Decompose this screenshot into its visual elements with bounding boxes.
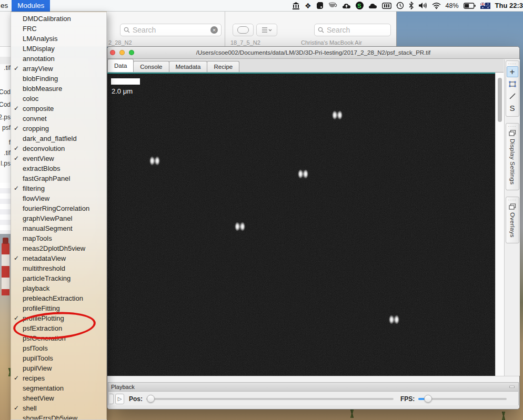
menu-item[interactable]: composite xyxy=(11,104,106,114)
side-panel-tab[interactable]: Overlays xyxy=(506,197,519,243)
menu-item[interactable]: prebleachExtraction xyxy=(11,293,106,303)
tag-button[interactable] xyxy=(233,24,254,36)
menu-item[interactable]: DMDCalibration xyxy=(11,14,106,24)
menu-item[interactable]: fastGraphPanel xyxy=(11,173,106,183)
menu-item[interactable]: cropping xyxy=(11,124,106,134)
tab[interactable]: Data xyxy=(107,59,134,72)
wifi-icon[interactable] xyxy=(432,3,441,9)
search-placeholder: Search xyxy=(327,26,350,34)
fps-slider-thumb[interactable] xyxy=(424,395,432,403)
tab[interactable]: Recipe xyxy=(207,61,239,72)
tools-panel: + S xyxy=(506,60,519,117)
menu-item[interactable]: LMAnalysis xyxy=(11,34,106,44)
menu-item[interactable]: annotation xyxy=(11,54,106,64)
file-list-item[interactable]: psf xyxy=(2,124,11,131)
menu-item[interactable]: dark_and_flatfield xyxy=(11,134,106,144)
drag-handle[interactable] xyxy=(508,125,517,128)
spline-tool-button[interactable]: S xyxy=(507,103,518,114)
menu-item[interactable]: meas2DplotDh5view xyxy=(11,243,106,253)
rect-select-tool-button[interactable] xyxy=(507,78,518,89)
line-tool-button[interactable] xyxy=(507,90,518,101)
menu-item[interactable]: flowView xyxy=(11,193,106,203)
menu-item[interactable]: FRC xyxy=(11,24,106,34)
bluetooth-icon[interactable] xyxy=(409,2,414,9)
list-view-button[interactable] xyxy=(256,24,277,36)
title-bar[interactable]: /Users/csoe002/Documents/data/LM/3D/3D-P… xyxy=(107,47,519,59)
menu-item[interactable]: deconvolution xyxy=(11,144,106,153)
volume-icon[interactable] xyxy=(418,2,427,9)
zoom-button[interactable] xyxy=(129,50,134,55)
menu-item[interactable]: sheetView xyxy=(11,393,106,403)
close-button[interactable] xyxy=(110,50,115,55)
menu-bar-clock[interactable]: Thu 22:3 xyxy=(495,2,523,9)
menu-item[interactable]: particleTracking xyxy=(11,273,106,283)
menu-item[interactable]: arrayView xyxy=(11,64,106,74)
psf-stack-window: /Users/csoe002/Documents/data/LM/3D/3D-P… xyxy=(107,46,520,409)
image-canvas[interactable]: 2.0 μm xyxy=(107,73,495,376)
position-slider-thumb[interactable] xyxy=(147,395,155,403)
cloud-upload-icon[interactable] xyxy=(342,2,351,9)
keyboard-icon[interactable] xyxy=(382,3,391,9)
menu-item[interactable]: blobFinding xyxy=(11,74,106,84)
menu-item[interactable]: manualSegment xyxy=(11,223,106,233)
coffee-cup-icon[interactable] xyxy=(328,2,337,9)
file-list-item[interactable]: l.ps xyxy=(1,160,11,167)
menu-item[interactable]: filtering xyxy=(11,183,106,193)
skype-icon[interactable]: S xyxy=(356,2,364,9)
menu-item[interactable]: mapTools xyxy=(11,233,106,243)
menu-item[interactable]: blobMeasure xyxy=(11,84,106,94)
clear-search-icon[interactable]: × xyxy=(210,26,218,34)
file-list-item[interactable]: Cod xyxy=(0,88,11,96)
file-list-item[interactable]: Cod xyxy=(0,101,11,108)
time-machine-icon[interactable] xyxy=(396,2,404,9)
menu-item-partial[interactable]: es xyxy=(1,2,8,9)
scrollbar-track[interactable] xyxy=(495,73,504,376)
menu-item[interactable]: eventView xyxy=(11,153,106,163)
menu-item-modules[interactable]: Modules xyxy=(12,0,50,12)
menu-item[interactable]: multithreshold xyxy=(11,263,106,273)
menu-item[interactable]: shell xyxy=(11,403,106,413)
pos-label: Pos: xyxy=(129,395,143,403)
crosshair-tool-button[interactable]: + xyxy=(507,66,518,77)
drag-handle[interactable] xyxy=(508,62,517,66)
side-panel-tab[interactable]: Display Settings xyxy=(506,123,519,190)
menu-item[interactable]: coloc xyxy=(11,94,106,104)
menu-item[interactable]: graphViewPanel xyxy=(11,213,106,223)
tab[interactable]: Console xyxy=(133,61,169,72)
menu-item[interactable]: metadataView xyxy=(11,253,106,263)
file-list-item[interactable]: 2.ps xyxy=(0,114,11,121)
file-list-item[interactable]: .tif xyxy=(4,64,11,71)
status-icons: ❖ S 48% Thu 22:3 xyxy=(292,2,523,9)
menu-item[interactable]: psfTools xyxy=(11,343,106,353)
minimize-button[interactable] xyxy=(119,50,125,55)
tab[interactable]: Metadata xyxy=(169,61,208,72)
australian-flag-icon[interactable] xyxy=(480,3,490,9)
menu-item[interactable]: pupilTools xyxy=(11,353,106,363)
grass-tuft xyxy=(343,409,361,418)
drag-handle[interactable] xyxy=(508,198,517,202)
menu-item[interactable]: showErrsDh5view xyxy=(11,413,106,420)
evernote-icon[interactable] xyxy=(316,2,324,9)
cloud-icon[interactable] xyxy=(368,3,377,9)
menu-item[interactable]: extractBlobs xyxy=(11,163,106,173)
search-input-secondary[interactable]: Search xyxy=(314,24,391,36)
scrollbar-thumb[interactable] xyxy=(498,78,502,122)
menu-item[interactable]: LMDisplay xyxy=(11,44,106,54)
position-slider[interactable] xyxy=(146,398,394,400)
dropbox-icon[interactable]: ❖ xyxy=(305,2,311,9)
collapse-panel-icon[interactable] xyxy=(509,386,515,388)
modules-dropdown-menu: DMDCalibrationFRCLMAnalysisLMDisplayanno… xyxy=(11,12,107,420)
menu-item[interactable]: segmentation xyxy=(11,383,106,393)
menu-item[interactable]: recipes xyxy=(11,373,106,383)
menu-item[interactable]: playback xyxy=(11,283,106,293)
fps-slider[interactable] xyxy=(418,398,507,400)
play-button[interactable]: ▷ xyxy=(115,394,124,404)
search-input[interactable]: Search × xyxy=(120,24,222,36)
step-button[interactable] xyxy=(109,394,114,404)
menu-item[interactable]: fourierRingCorrelation xyxy=(11,203,106,213)
playback-header[interactable]: Playback xyxy=(108,383,518,392)
bank-icon[interactable] xyxy=(292,2,300,9)
menu-item[interactable]: pupilView xyxy=(11,363,106,373)
menu-item[interactable]: convnet xyxy=(11,114,106,124)
file-list-item[interactable]: .tif xyxy=(4,149,11,157)
